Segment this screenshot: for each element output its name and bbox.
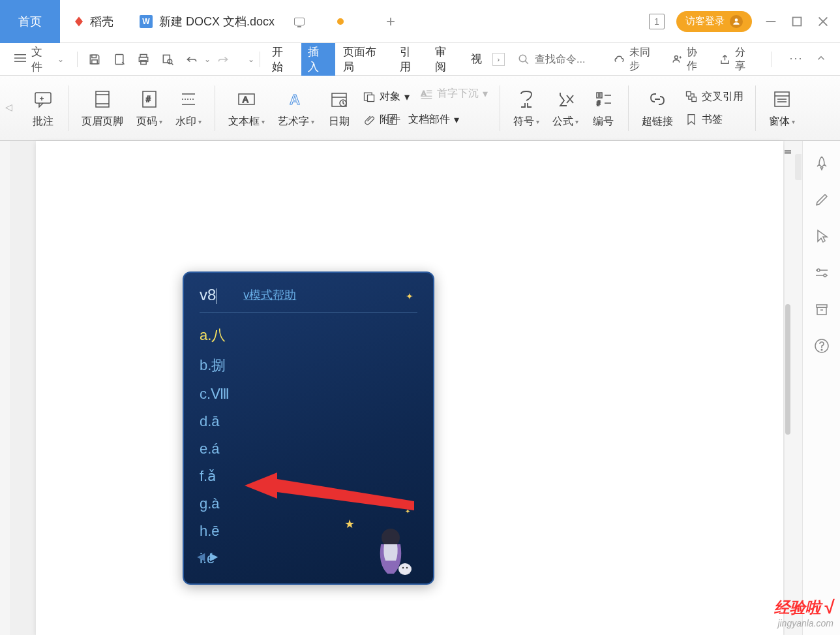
title-bar-right: 1 访客登录 (649, 11, 840, 32)
crossref-button[interactable]: 交叉引用 (680, 89, 749, 105)
vertical-scrollbar[interactable] (785, 141, 791, 635)
symbol-icon (515, 87, 538, 111)
divider (260, 52, 260, 67)
ime-help-link[interactable]: v模式帮助 (243, 287, 296, 303)
watermark-icon (177, 87, 200, 111)
svg-rect-51 (687, 92, 691, 97)
panel-handle[interactable] (795, 154, 802, 180)
redo-button[interactable] (213, 50, 232, 69)
svg-rect-10 (115, 54, 123, 64)
archive-icon[interactable] (813, 300, 831, 318)
tab-view[interactable]: 视 (464, 48, 488, 70)
comment-icon (31, 87, 55, 111)
settings-icon[interactable] (813, 264, 831, 282)
website-watermark: 经验啦 √ jingyanla.com (774, 597, 833, 628)
wordart-label: 艺术字▾ (278, 115, 314, 129)
ribbon-scroll-left[interactable]: ◁ (5, 102, 12, 112)
svg-text:#: # (597, 100, 601, 107)
crossref-label: 交叉引用 (702, 90, 743, 104)
save-button[interactable] (85, 50, 104, 69)
tab-layout[interactable]: 页面布局 (337, 40, 392, 78)
title-bar: 首页 稻壳 W 新建 DOCX 文档.docx + 1 访客登录 (0, 0, 840, 43)
new-tab-button[interactable]: + (376, 12, 405, 31)
ribbon-tabs: 开始 插入 页面布局 引用 审阅 视 › (265, 40, 505, 78)
undo-button[interactable] (183, 50, 202, 69)
textbox-label: 文本框▾ (228, 115, 265, 129)
ime-candidate-5[interactable]: e.á (200, 438, 417, 460)
print-preview-button[interactable] (110, 50, 128, 69)
comment-button[interactable]: 批注 (25, 76, 61, 140)
tab-daoke-label: 稻壳 (90, 14, 113, 29)
search-input[interactable] (535, 54, 613, 65)
tab-insert[interactable]: 插入 (301, 40, 335, 78)
find-button[interactable] (158, 50, 177, 69)
ime-candidate-panel: ✦ v8 v模式帮助 a.八 b.捌 c.Ⅷ d.ā e.á f.ǎ g.à h… (183, 271, 434, 585)
hamburger-icon (14, 53, 26, 66)
docparts-button[interactable]: 文档部件▾ (376, 108, 493, 131)
tab-start[interactable]: 开始 (265, 40, 299, 78)
watermark-button[interactable]: 水印▾ (169, 76, 208, 140)
tab-reference[interactable]: 引用 (393, 40, 427, 78)
dropcap-docparts-group: A 首字下沉▾ 文档部件▾ (415, 76, 493, 140)
help-icon[interactable] (813, 337, 831, 355)
print-button[interactable] (134, 50, 153, 69)
pencil-icon[interactable] (813, 191, 831, 209)
numbering-button[interactable]: # 编号 (585, 76, 622, 140)
scroll-thumb[interactable] (785, 304, 790, 435)
textbox-button[interactable]: A 文本框▾ (222, 76, 271, 140)
date-button[interactable]: 日期 (321, 76, 357, 140)
svg-rect-64 (817, 307, 826, 315)
star-icon: ★ (344, 517, 355, 531)
svg-text:A: A (243, 95, 248, 104)
guest-login-button[interactable]: 访客登录 (676, 11, 752, 32)
ime-prev-page[interactable]: ◀ (197, 550, 205, 563)
pane-button[interactable]: 窗体▾ (762, 76, 802, 140)
hyperlink-button[interactable]: 超链接 (635, 76, 680, 140)
tab-home[interactable]: 首页 (0, 0, 60, 43)
ime-candidate-6[interactable]: f.ǎ (200, 465, 417, 488)
ime-candidate-4[interactable]: d.ā (200, 410, 417, 433)
collapse-ribbon-button[interactable] (815, 52, 827, 67)
ime-candidate-7[interactable]: g.à (200, 493, 417, 515)
close-button[interactable] (816, 14, 830, 29)
symbol-button[interactable]: 符号▾ (507, 76, 546, 140)
wordart-button[interactable]: A 艺术字▾ (271, 76, 321, 140)
tab-daoke[interactable]: 稻壳 (60, 0, 127, 43)
formula-button[interactable]: 公式▾ (546, 76, 585, 140)
window-count[interactable]: 1 (649, 14, 665, 29)
share-button[interactable]: 分享 (719, 46, 755, 73)
tabs-scroll-right[interactable]: › (492, 53, 505, 66)
textbox-icon: A (235, 87, 258, 111)
tab-document[interactable]: W 新建 DOCX 文档.docx (127, 0, 376, 43)
pagenum-button[interactable]: # 页码▾ (130, 76, 169, 140)
svg-point-69 (398, 563, 412, 575)
svg-text:#: # (146, 95, 151, 104)
command-search[interactable] (518, 54, 613, 65)
watermark-url: jingyanla.com (774, 618, 833, 628)
file-menu[interactable]: 文件 ⌄ (7, 44, 72, 74)
ime-candidate-3[interactable]: c.Ⅷ (200, 383, 417, 405)
share-label: 分享 (735, 46, 755, 73)
minimize-button[interactable] (764, 14, 778, 29)
chevron-down-icon: ⌄ (57, 55, 64, 64)
maximize-button[interactable] (790, 14, 804, 29)
collab-button[interactable]: 协作 (671, 46, 707, 73)
redo-dropdown[interactable]: ⌄ (248, 55, 254, 64)
pane-label: 窗体▾ (769, 115, 795, 129)
unsync-button[interactable]: 未同步 (613, 46, 659, 73)
rocket-icon[interactable] (813, 154, 831, 172)
ime-candidate-1[interactable]: a.八 (200, 323, 417, 348)
bookmark-button[interactable]: 书签 (680, 112, 749, 128)
ime-candidate-2[interactable]: b.捌 (200, 353, 417, 378)
avatar-icon (730, 15, 743, 28)
cursor-icon[interactable] (813, 227, 831, 245)
object-button[interactable]: 对象▾ (357, 89, 415, 105)
header-footer-button[interactable]: 页眉页脚 (75, 76, 130, 140)
tab-review[interactable]: 审阅 (428, 40, 462, 78)
divider (500, 85, 500, 131)
dropcap-button[interactable]: A 首字下沉▾ (415, 85, 493, 102)
undo-dropdown[interactable]: ⌄ (204, 55, 211, 64)
ime-next-page[interactable]: ▶ (210, 550, 218, 563)
more-button[interactable]: ⋮ (788, 52, 804, 67)
check-icon: √ (824, 597, 833, 618)
